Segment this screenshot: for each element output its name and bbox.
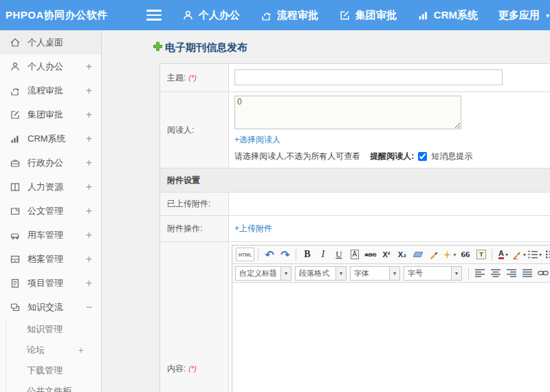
align-left-button[interactable] [472, 266, 487, 280]
sidebar-subitem-knowledge-mgmt[interactable]: 知识管理 [6, 319, 101, 340]
highlight-color-button[interactable]: ▾ [512, 248, 526, 261]
attachment-ops-row: 附件操作: +上传附件 [160, 216, 550, 242]
sidebar-item-personal-office[interactable]: 个人办公 + [0, 54, 101, 78]
expand-icon[interactable]: + [86, 157, 92, 169]
workflow-icon [10, 85, 21, 96]
underline-button[interactable]: U [331, 248, 346, 261]
subject-input[interactable] [234, 69, 503, 85]
eraser-button[interactable] [410, 248, 425, 261]
italic-button[interactable]: I [316, 248, 330, 261]
format-painter-button[interactable] [426, 248, 441, 261]
plus-icon [153, 41, 163, 54]
readers-note: 请选择阅读人,不选为所有人可查看 [234, 151, 360, 162]
paragraph-format-select[interactable]: 段落格式 ▾ [295, 266, 346, 281]
nav-crm[interactable]: CRM系统 [417, 9, 478, 22]
expand-icon[interactable]: + [86, 205, 92, 217]
align-right-button[interactable] [504, 266, 518, 280]
sidebar-item-workflow-approval[interactable]: 流程审批 + [0, 78, 101, 102]
attachment-ops-label: 附件操作: [167, 223, 202, 235]
workflow-icon [261, 10, 272, 21]
sidebar-submenu-knowledge: 知识管理 论坛 + 下载管理 公共文件柜 [6, 319, 101, 392]
wand-icon [443, 250, 452, 259]
autoformat-wand-button[interactable]: ▾ [442, 248, 456, 261]
sidebar-item-archive[interactable]: 档案管理 + [0, 247, 101, 271]
caret-down-icon: ▾ [389, 267, 399, 280]
font-color-button[interactable]: A ▾ [496, 248, 510, 261]
sidebar-item-vehicle[interactable]: 用车管理 + [0, 223, 101, 247]
folder-icon [10, 206, 21, 217]
blockquote-button[interactable]: 66 [458, 248, 472, 261]
nav-more-apps[interactable]: 更多应用 ▾ [498, 9, 549, 22]
nav-workflow-approval[interactable]: 流程审批 [261, 9, 318, 22]
align-justify-icon [522, 269, 532, 277]
required-mark: (*) [188, 74, 197, 82]
sidebar-item-personal-desktop[interactable]: 个人桌面 [0, 30, 101, 54]
expand-icon[interactable]: + [86, 277, 92, 290]
collapse-icon[interactable]: − [86, 301, 92, 314]
sidebar-subitem-download-mgmt[interactable]: 下载管理 [6, 360, 101, 381]
sidebar-item-docs[interactable]: 公文管理 + [0, 199, 101, 223]
sidebar-item-hr[interactable]: 人力资源 + [0, 175, 101, 199]
select-readers-link[interactable]: +选择阅读人 [234, 134, 280, 146]
editor-toolbar-row1: HTML ↶ ↷ B I U A ABC X² X₂ [232, 246, 550, 264]
align-justify-button[interactable] [520, 266, 534, 280]
font-size-select[interactable]: 字号 ▾ [404, 266, 462, 281]
person-icon [10, 61, 21, 72]
sidebar-item-admin-office[interactable]: 行政办公 + [0, 151, 101, 175]
strikethrough-button[interactable]: ABC [363, 248, 377, 261]
paste-as-text-button[interactable]: T [474, 248, 488, 261]
sms-remind-checkbox[interactable] [418, 152, 427, 161]
menu-icon[interactable] [146, 10, 162, 21]
archive-icon [10, 254, 21, 265]
expand-icon[interactable]: + [78, 345, 84, 356]
expand-icon[interactable]: + [86, 109, 92, 121]
content-row: 内容: (*) HTML ↶ ↷ B I U A [160, 242, 550, 392]
bold-button[interactable]: B [300, 248, 314, 261]
insert-link-button[interactable] [536, 266, 550, 280]
link-icon [538, 270, 549, 276]
edit-icon [10, 109, 21, 120]
sidebar-item-crm[interactable]: CRM系统 + [0, 127, 101, 151]
caret-down-icon: ▾ [280, 267, 291, 280]
editor-content-area[interactable] [232, 283, 550, 392]
upload-attachment-link[interactable]: +上传附件 [234, 223, 272, 235]
unordered-list-button[interactable] [543, 248, 550, 261]
expand-icon[interactable]: + [86, 133, 92, 145]
align-center-icon [491, 269, 500, 277]
sidebar-item-knowledge[interactable]: 知识交流 − [0, 295, 101, 319]
redo-button[interactable]: ↷ [278, 248, 292, 261]
autotypeset-button[interactable]: A [347, 248, 362, 261]
subject-label: 主题: [167, 72, 186, 84]
align-center-button[interactable] [488, 266, 503, 280]
caret-down-icon: ▾ [539, 252, 542, 258]
custom-title-select[interactable]: 自定义标题 ▾ [235, 266, 292, 281]
sidebar-subitem-public-cabinet[interactable]: 公共文件柜 [6, 381, 101, 392]
brush-icon [429, 250, 439, 259]
subscript-button[interactable]: X₂ [395, 248, 409, 261]
caret-down-icon: ▾ [336, 267, 346, 280]
expand-icon[interactable]: + [86, 229, 92, 241]
expand-icon[interactable]: + [86, 181, 92, 193]
nav-group-approval[interactable]: 集团审批 [339, 9, 397, 22]
caret-down-icon: ▾ [546, 12, 549, 19]
expand-icon[interactable]: + [86, 253, 92, 265]
superscript-button[interactable]: X² [379, 248, 393, 261]
expand-icon[interactable]: + [86, 85, 92, 97]
sidebar-item-group-approval[interactable]: 集团审批 + [0, 102, 101, 127]
sms-remind-label: 短消息提示 [431, 151, 472, 162]
rich-text-editor: HTML ↶ ↷ B I U A ABC X² X₂ [232, 245, 550, 392]
sidebar-item-project[interactable]: 项目管理 + [0, 271, 101, 295]
nav-personal-office[interactable]: 个人办公 [182, 9, 240, 22]
readers-textarea[interactable]: 0 [234, 96, 461, 129]
undo-button[interactable]: ↶ [262, 248, 276, 261]
source-code-button[interactable]: HTML [236, 248, 254, 261]
expand-icon[interactable]: + [86, 61, 92, 73]
car-icon [10, 230, 21, 241]
font-family-select[interactable]: 字体 ▾ [350, 266, 400, 281]
sidebar-subitem-forum[interactable]: 论坛 + [6, 340, 101, 360]
top-nav: 个人办公 流程审批 集团审批 CRM系统 更多应用 ▾ [182, 9, 549, 22]
page-title: 电子期刊信息发布 [153, 41, 550, 54]
caret-down-icon: ▾ [523, 252, 526, 258]
uploaded-attachments-value [229, 193, 550, 215]
ordered-list-button[interactable]: ▾ [527, 248, 542, 261]
